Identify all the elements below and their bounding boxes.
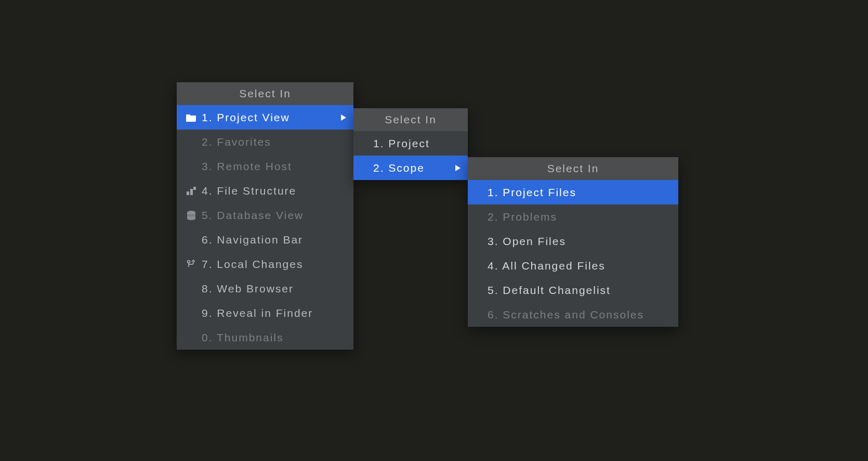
svg-point-4 [188, 260, 190, 263]
menu-item-all-changed-files[interactable]: 4. All Changed Files [468, 253, 678, 278]
menu-item-label: 9. Reveal in Finder [199, 307, 346, 319]
select-in-popup-2: Select In 1. Project 2. Scope [353, 108, 468, 180]
menu-item-label: 0. Thumbnails [199, 331, 346, 344]
menu-item-project-view[interactable]: 1. Project View [177, 105, 353, 130]
menu-item-label: 1. Project Files [484, 186, 671, 199]
menu-item-reveal-in-finder[interactable]: 9. Reveal in Finder [177, 301, 353, 325]
menu-item-open-files[interactable]: 3. Open Files [468, 229, 678, 253]
svg-rect-1 [190, 189, 193, 195]
menu-item-label: 5. Default Changelist [484, 284, 671, 297]
popup-title: Select In [468, 157, 678, 180]
menu-item-label: 5. Database View [199, 209, 346, 222]
structure-icon [184, 187, 199, 195]
folder-icon [184, 113, 199, 122]
menu-item-favorites[interactable]: 2. Favorites [177, 130, 353, 154]
popup-title: Select In [177, 82, 353, 105]
popup-title: Select In [353, 108, 468, 131]
menu-item-label: 3. Open Files [484, 235, 671, 248]
menu-item-navigation-bar[interactable]: 6. Navigation Bar [177, 227, 353, 252]
menu-item-project[interactable]: 1. Project [353, 131, 468, 156]
menu-item-default-changelist[interactable]: 5. Default Changelist [468, 278, 678, 302]
menu-item-label: 7. Local Changes [199, 258, 346, 271]
submenu-arrow-icon [341, 114, 346, 121]
menu-item-scope[interactable]: 2. Scope [353, 156, 468, 180]
menu-item-problems[interactable]: 2. Problems [468, 204, 678, 229]
menu-item-label: 2. Problems [484, 211, 671, 223]
menu-item-file-structure[interactable]: 4. File Structure [177, 178, 353, 203]
menu-item-label: 2. Scope [370, 162, 450, 174]
menu-item-label: 4. File Structure [199, 185, 346, 197]
branch-icon [184, 260, 199, 269]
menu-item-remote-host[interactable]: 3. Remote Host [177, 154, 353, 178]
menu-item-label: 3. Remote Host [199, 160, 346, 173]
menu-item-web-browser[interactable]: 8. Web Browser [177, 276, 353, 301]
menu-item-label: 6. Scratches and Consoles [484, 309, 671, 321]
menu-item-label: 8. Web Browser [199, 283, 346, 295]
menu-item-thumbnails[interactable]: 0. Thumbnails [177, 325, 353, 350]
menu-item-project-files[interactable]: 1. Project Files [468, 180, 678, 204]
select-in-popup-1: Select In 1. Project View 2. Favorites 3… [177, 82, 353, 350]
menu-item-scratches-and-consoles[interactable]: 6. Scratches and Consoles [468, 302, 678, 327]
submenu-arrow-icon [455, 165, 461, 171]
menu-item-database-view[interactable]: 5. Database View [177, 203, 353, 227]
svg-rect-0 [187, 191, 189, 195]
select-in-popup-3: Select In 1. Project Files 2. Problems 3… [468, 157, 678, 327]
menu-item-label: 4. All Changed Files [484, 260, 671, 272]
svg-rect-2 [193, 187, 196, 190]
menu-item-local-changes[interactable]: 7. Local Changes [177, 252, 353, 276]
menu-item-label: 6. Navigation Bar [199, 234, 346, 246]
menu-item-label: 1. Project View [199, 111, 336, 124]
menu-item-label: 1. Project [370, 137, 461, 150]
menu-item-label: 2. Favorites [199, 136, 346, 148]
database-icon [184, 211, 199, 220]
